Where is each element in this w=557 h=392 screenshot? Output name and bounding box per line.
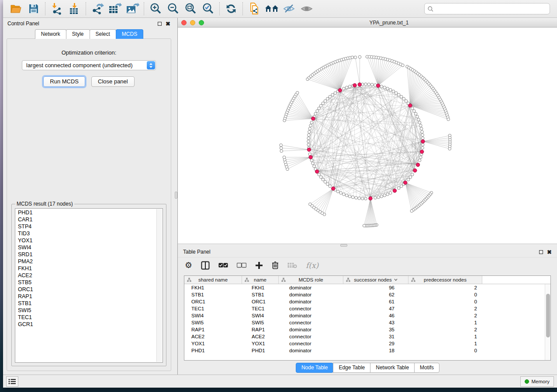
plus-icon [255, 261, 263, 269]
export-image-button[interactable] [124, 1, 141, 17]
table-row[interactable]: PHD1PHD1dominator180 [184, 347, 545, 354]
table-header-row: shared namenameMCDS rolesuccessor nodesp… [184, 276, 550, 284]
column-header[interactable]: predecessor nodes [408, 276, 482, 284]
export-network-icon [91, 3, 104, 15]
scrollbar-thumb[interactable] [546, 294, 550, 337]
close-window-icon[interactable] [181, 20, 187, 25]
table-row[interactable]: FKH1FKH1dominator962 [184, 284, 545, 291]
mcds-result-list[interactable]: PHD1CAR1STP4TID3YOX1SWI4SRD1PMA2FKH1ACE2… [15, 208, 163, 363]
mcds-result-item[interactable]: SRD1 [16, 251, 156, 258]
mcds-result-item[interactable]: TID3 [16, 230, 156, 237]
function-builder-button[interactable]: f(x) [306, 261, 318, 270]
mcds-result-item[interactable]: ACE2 [16, 272, 156, 279]
search-field[interactable] [424, 3, 550, 14]
table-row[interactable]: SWI5SWI5connector431 [184, 319, 545, 326]
delete-column-button[interactable] [272, 261, 279, 269]
mcds-result-item[interactable]: CAR1 [16, 216, 156, 223]
table-row[interactable]: TEC1TEC1connector472 [184, 305, 545, 312]
export-network-button[interactable] [89, 1, 106, 17]
maximize-window-icon[interactable] [199, 20, 204, 25]
vertical-splitter[interactable] [175, 18, 178, 375]
mcds-result-item[interactable]: SWI5 [16, 307, 156, 314]
create-column-button[interactable] [255, 261, 263, 269]
table-row[interactable]: ORC1ORC1dominator610 [184, 298, 545, 305]
mcds-result-item[interactable]: PMA2 [16, 258, 156, 265]
mcds-list-scrollbar[interactable] [156, 209, 162, 362]
run-mcds-button[interactable]: Run MCDS [43, 76, 85, 87]
mcds-result-item[interactable]: RAP1 [16, 293, 156, 300]
tab-mcds[interactable]: MCDS [116, 29, 143, 39]
mcds-result-item[interactable]: SWI4 [16, 244, 156, 251]
splitter-grip[interactable] [175, 192, 177, 199]
tab-style[interactable]: Style [66, 29, 90, 39]
mcds-result-item[interactable]: GCR1 [16, 321, 156, 328]
close-panel-icon[interactable]: ✖ [547, 250, 552, 254]
first-neighbors-button[interactable] [263, 1, 280, 17]
column-header[interactable]: MCDS role [279, 276, 343, 284]
deselect-all-button[interactable] [237, 263, 246, 268]
table-scrollbar[interactable] [545, 284, 550, 360]
memory-button[interactable]: Memory [520, 376, 554, 387]
import-network-button[interactable] [48, 1, 66, 17]
horizontal-splitter[interactable] [178, 244, 557, 247]
tab-network-table[interactable]: Network Table [370, 363, 415, 373]
close-panel-button[interactable]: Close panel [91, 76, 135, 87]
splitter-grip[interactable] [340, 244, 347, 247]
toolbar-separator [45, 2, 45, 15]
tab-motifs[interactable]: Motifs [414, 363, 439, 373]
mcds-tab-content: Optimization criterion: largest connecte… [7, 38, 171, 371]
toolbar-separator [144, 2, 144, 15]
mcds-result-item[interactable]: STP4 [16, 223, 156, 230]
table-row[interactable]: STB1STB1dominator620 [184, 291, 545, 298]
mcds-result-item[interactable]: ORC1 [16, 286, 156, 293]
tab-network[interactable]: Network [35, 29, 66, 39]
show-columns-button[interactable] [201, 261, 210, 270]
refresh-layout-button[interactable] [222, 1, 240, 17]
table-settings-button[interactable]: ⚙ [185, 261, 192, 269]
zoom-fit-button[interactable] [182, 1, 199, 17]
column-header[interactable]: successor nodes [343, 276, 408, 284]
cytoscape-window: Control Panel ✖ Network Style Select MCD… [3, 0, 557, 388]
open-session-button[interactable] [7, 1, 25, 17]
mcds-result-item[interactable]: YOX1 [16, 237, 156, 244]
zoom-out-button[interactable] [164, 1, 182, 17]
mcds-result-item[interactable]: FKH1 [16, 265, 156, 272]
zoom-in-button[interactable] [147, 1, 164, 17]
task-history-button[interactable] [6, 376, 18, 387]
delete-table-button[interactable] [287, 262, 297, 268]
float-panel-icon[interactable] [158, 22, 162, 26]
network-canvas[interactable] [178, 28, 557, 244]
show-all-button[interactable] [298, 1, 315, 17]
columns-icon [201, 261, 210, 270]
search-input[interactable] [436, 6, 547, 12]
table-row[interactable]: ACE2ACE2connector311 [184, 333, 545, 340]
tab-select[interactable]: Select [90, 29, 116, 39]
minimize-window-icon[interactable] [190, 20, 195, 25]
hide-selected-button[interactable] [280, 1, 298, 17]
import-table-button[interactable] [66, 1, 83, 17]
float-panel-icon[interactable] [539, 250, 543, 254]
table-toolbar: ⚙ [178, 257, 557, 273]
tab-edge-table[interactable]: Edge Table [333, 363, 370, 373]
close-panel-icon[interactable]: ✖ [166, 22, 170, 26]
table-row[interactable]: YOX1YOX1connector291 [184, 340, 545, 347]
criterion-dropdown[interactable]: largest connected component (undirected) [22, 60, 156, 70]
mcds-result-item[interactable]: PHD1 [16, 209, 156, 216]
select-all-button[interactable] [218, 263, 228, 268]
tab-node-table[interactable]: Node Table [296, 363, 334, 373]
mcds-result-item[interactable]: STB1 [16, 300, 156, 307]
column-header[interactable]: shared name [184, 276, 242, 284]
zoom-selected-button[interactable] [199, 1, 217, 17]
column-header[interactable]: name [242, 276, 279, 284]
save-session-button[interactable] [25, 1, 42, 17]
table-body: FKH1FKH1dominator962STB1STB1dominator620… [184, 284, 545, 360]
mcds-result-item[interactable]: STB5 [16, 279, 156, 286]
table-row[interactable]: SWI4SWI4dominator462 [184, 312, 545, 319]
table-row[interactable]: RAP1RAP1dominator352 [184, 326, 545, 333]
optimization-criterion-label: Optimization criterion: [11, 49, 166, 56]
export-image-icon [125, 3, 139, 15]
export-table-button[interactable] [106, 1, 124, 17]
duplicate-network-button[interactable] [246, 1, 263, 17]
mcds-result-item[interactable]: TEC1 [16, 314, 156, 321]
list-icon [8, 378, 16, 385]
